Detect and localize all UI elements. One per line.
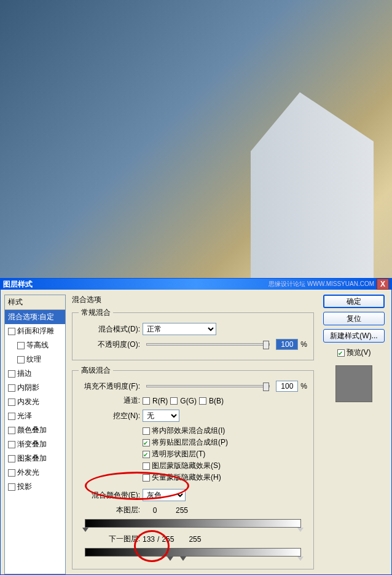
channel-g-checkbox[interactable] [170, 397, 178, 405]
fill-input[interactable] [276, 381, 298, 392]
checkbox-icon[interactable] [8, 399, 15, 406]
opacity-label: 不透明度(O): [79, 339, 140, 350]
opt-transparency-shapes[interactable]: 透明形状图层(T) [143, 449, 307, 459]
preview-checkbox[interactable]: 预览(V) [337, 347, 371, 358]
watermark-text: 思缘设计论坛 WWW.MISSYUAN.COM [269, 280, 374, 288]
close-icon: X [380, 280, 385, 288]
checkbox-icon[interactable] [8, 441, 15, 448]
this-layer-gradient[interactable] [85, 519, 301, 528]
slider-stop-white[interactable] [297, 528, 304, 532]
checkbox-icon[interactable] [8, 427, 15, 434]
style-texture[interactable]: 纹理 [5, 352, 65, 367]
checkbox-icon[interactable] [8, 328, 15, 335]
opacity-input[interactable] [276, 339, 298, 350]
styles-selected[interactable]: 混合选项:自定 [5, 310, 65, 324]
blend-options-title: 混合选项 [72, 295, 314, 305]
knockout-label: 挖空(N): [79, 411, 140, 421]
slider-stop-split-low[interactable] [167, 557, 173, 561]
checkbox-icon[interactable] [8, 455, 15, 462]
style-color-overlay[interactable]: 颜色叠加 [5, 423, 65, 437]
under-layer-label: 下一图层: [79, 534, 140, 544]
layer-style-dialog: 图层样式 思缘设计论坛 WWW.MISSYUAN.COM X 样式 混合选项:自… [0, 278, 392, 575]
opt-layer-mask-hides[interactable]: 图层蒙版隐藏效果(S) [143, 461, 307, 471]
opt-blend-clipped[interactable]: 将剪贴图层混合成组(P) [143, 437, 307, 448]
church-building [251, 92, 374, 289]
new-style-button[interactable]: 新建样式(W)... [323, 329, 385, 343]
checkbox-icon[interactable] [143, 451, 150, 458]
style-inner-shadow[interactable]: 内阴影 [5, 381, 65, 395]
style-satin[interactable]: 光泽 [5, 409, 65, 423]
style-contour[interactable]: 等高线 [5, 338, 65, 352]
style-gradient-overlay[interactable]: 渐变叠加 [5, 437, 65, 451]
checkbox-icon[interactable] [8, 413, 15, 420]
knockout-select[interactable]: 无 [143, 410, 179, 422]
this-layer-label: 本图层: [79, 505, 140, 515]
checkbox-icon[interactable] [8, 370, 15, 378]
checkbox-icon[interactable] [143, 474, 150, 482]
checkbox-icon[interactable] [8, 384, 15, 392]
blend-mode-label: 混合模式(D): [79, 324, 140, 335]
style-outer-glow[interactable]: 外发光 [5, 466, 65, 480]
style-bevel[interactable]: 斜面和浮雕 [5, 324, 65, 338]
style-pattern-overlay[interactable]: 图案叠加 [5, 451, 65, 466]
general-legend: 常规混合 [79, 307, 113, 318]
checkbox-icon[interactable] [17, 356, 25, 363]
channel-r-checkbox[interactable] [143, 397, 150, 405]
slider-stop-black[interactable] [82, 528, 88, 532]
opacity-slider[interactable] [146, 343, 270, 346]
checkbox-icon[interactable] [8, 483, 15, 491]
channels-label: 通道: [79, 395, 140, 406]
slider-thumb[interactable] [263, 341, 269, 349]
advanced-blending: 高级混合 填充不透明度(F): % 通道: R(R) G(G) B(B) 挖空(… [72, 365, 314, 569]
blend-if-select[interactable]: 灰色 [143, 489, 186, 501]
under-layer-gradient[interactable] [85, 548, 301, 557]
style-drop-shadow[interactable]: 投影 [5, 480, 65, 494]
fill-opacity-label: 填充不透明度(F): [79, 381, 140, 392]
slider-stop-white[interactable] [297, 557, 304, 561]
styles-header: 样式 [5, 295, 65, 310]
checkbox-icon[interactable] [337, 349, 345, 357]
checkbox-icon[interactable] [8, 469, 15, 477]
ok-button[interactable]: 确定 [323, 295, 385, 308]
checkbox-icon[interactable] [17, 342, 25, 349]
checkbox-icon[interactable] [143, 439, 150, 446]
preview-swatch [335, 365, 372, 402]
right-panel: 确定 复位 新建样式(W)... 预览(V) [320, 295, 388, 574]
slider-stop-split-high[interactable] [180, 557, 186, 561]
options-panel: 混合选项 常规混合 混合模式(D): 正常 不透明度(O): % 高级混合 填充… [69, 295, 316, 574]
styles-list: 样式 混合选项:自定 斜面和浮雕 等高线 纹理 描边 内阴影 内发光 光泽 颜色… [4, 295, 66, 574]
slider-thumb[interactable] [263, 383, 269, 391]
dialog-title: 图层样式 [3, 279, 269, 290]
blend-mode-select[interactable]: 正常 [143, 323, 216, 335]
blend-if-label: 混合颜色带(E): [79, 490, 140, 501]
checkbox-icon[interactable] [143, 462, 150, 470]
titlebar[interactable]: 图层样式 思缘设计论坛 WWW.MISSYUAN.COM X [1, 279, 391, 290]
general-blending: 常规混合 混合模式(D): 正常 不透明度(O): % [72, 307, 314, 360]
channel-b-checkbox[interactable] [199, 397, 206, 405]
opt-vector-mask-hides[interactable]: 矢量蒙版隐藏效果(H) [143, 472, 307, 483]
close-button[interactable]: X [377, 279, 389, 290]
checkbox-icon[interactable] [143, 427, 150, 435]
dialog-body: 样式 混合选项:自定 斜面和浮雕 等高线 纹理 描边 内阴影 内发光 光泽 颜色… [1, 290, 391, 575]
fill-slider[interactable] [146, 385, 270, 387]
cancel-button[interactable]: 复位 [323, 312, 385, 325]
style-inner-glow[interactable]: 内发光 [5, 395, 65, 409]
style-stroke[interactable]: 描边 [5, 367, 65, 381]
opt-blend-interior[interactable]: 将内部效果混合成组(I) [143, 426, 307, 436]
advanced-legend: 高级混合 [79, 365, 113, 376]
